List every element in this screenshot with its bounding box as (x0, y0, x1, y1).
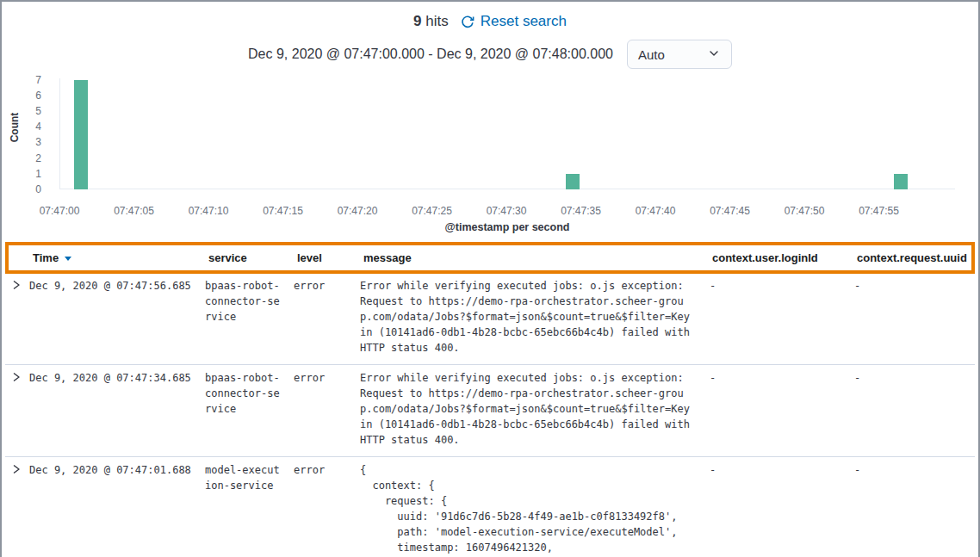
reset-search-button[interactable]: Reset search (461, 13, 567, 30)
x-tick: 07:47:55 (849, 205, 909, 217)
expand-row-icon[interactable] (5, 370, 29, 387)
expand-row-icon[interactable] (5, 462, 29, 479)
cell-uuid: - (853, 462, 975, 478)
y-tick: 7 (14, 73, 41, 87)
column-header-message[interactable]: message (363, 251, 712, 264)
hits-count: 9 hits (413, 13, 449, 30)
x-tick: 07:47:05 (104, 205, 164, 217)
cell-loginid: - (709, 370, 853, 386)
column-header-time-label: Time (33, 251, 59, 264)
x-tick: 07:47:30 (476, 205, 537, 217)
x-tick: 07:47:10 (178, 205, 239, 217)
histogram-bar[interactable] (566, 174, 580, 189)
cell-service: bpaas-robot-connector-service (205, 278, 284, 325)
hits-number: 9 (413, 13, 421, 29)
x-tick: 07:47:45 (700, 205, 760, 217)
results-table-body: Dec 9, 2020 @ 07:47:56.685 bpaas-robot-c… (5, 273, 975, 557)
y-tick: 3 (14, 135, 41, 149)
results-table-header: Time service level message context.user.… (5, 242, 975, 274)
time-range-bar: Dec 9, 2020 @ 07:47:00.000 - Dec 9, 2020… (2, 40, 978, 69)
table-row: Dec 9, 2020 @ 07:47:01.688 model-executi… (5, 457, 975, 557)
cell-message: Error while verifying executed jobs: o.j… (360, 278, 709, 356)
refresh-icon (461, 15, 474, 28)
hits-bar: 9 hits Reset search (2, 13, 978, 30)
y-tick: 4 (14, 120, 41, 133)
cell-time: Dec 9, 2020 @ 07:47:34.685 (29, 370, 205, 386)
column-header-time[interactable]: Time (33, 251, 208, 264)
cell-level: error (294, 370, 360, 386)
cell-message: Error while verifying executed jobs: o.j… (360, 370, 709, 448)
cell-uuid: - (853, 278, 975, 294)
cell-loginid: - (709, 278, 853, 294)
reset-search-label: Reset search (481, 13, 567, 30)
expand-row-icon[interactable] (5, 278, 29, 294)
table-row: Dec 9, 2020 @ 07:47:56.685 bpaas-robot-c… (5, 273, 975, 365)
column-header-level[interactable]: level (297, 251, 363, 264)
y-tick: 5 (14, 104, 41, 118)
y-tick: 2 (14, 152, 41, 165)
x-tick: 07:47:35 (551, 205, 611, 217)
chevron-down-icon (707, 46, 721, 63)
plot-area (59, 78, 955, 189)
y-tick: 1 (14, 167, 41, 181)
column-header-loginid[interactable]: context.user.loginId (712, 251, 857, 264)
hits-label: hits (425, 13, 448, 29)
histogram-bar[interactable] (74, 80, 88, 189)
x-axis-label: @timestamp per second (59, 221, 955, 233)
time-range-label: Dec 9, 2020 @ 07:47:00.000 - Dec 9, 2020… (248, 46, 613, 62)
y-tick: 0 (14, 183, 41, 196)
interval-select[interactable]: Auto (627, 40, 732, 69)
column-header-service[interactable]: service (208, 251, 297, 264)
cell-service: bpaas-robot-connector-service (205, 370, 284, 417)
x-tick: 07:47:15 (253, 205, 313, 217)
interval-value: Auto (638, 47, 665, 62)
cell-level: error (294, 278, 360, 294)
y-tick: 6 (14, 89, 41, 102)
histogram-chart: Count 01234567 07:47:0007:47:0507:47:100… (2, 75, 980, 238)
cell-service: model-execution-service (205, 462, 284, 493)
x-tick: 07:47:50 (774, 205, 834, 217)
cell-time: Dec 9, 2020 @ 07:47:56.685 (29, 278, 205, 294)
cell-message: { context: { request: { uuid: '91d6c7d6-… (360, 462, 709, 557)
cell-loginid: - (709, 462, 853, 478)
table-row: Dec 9, 2020 @ 07:47:34.685 bpaas-robot-c… (5, 365, 975, 457)
sort-desc-icon (64, 254, 72, 263)
histogram-bar[interactable] (894, 174, 908, 189)
x-tick: 07:47:25 (402, 205, 462, 217)
cell-uuid: - (853, 370, 975, 386)
cell-level: error (294, 462, 360, 478)
column-header-uuid[interactable]: context.request.uuid (857, 251, 971, 264)
x-tick: 07:47:20 (327, 205, 388, 217)
discover-panel: 9 hits Reset search Dec 9, 2020 @ 07:47:… (0, 0, 980, 557)
x-tick: 07:47:00 (29, 205, 90, 217)
cell-time: Dec 9, 2020 @ 07:47:01.688 (29, 462, 205, 478)
x-tick: 07:47:40 (625, 205, 685, 217)
